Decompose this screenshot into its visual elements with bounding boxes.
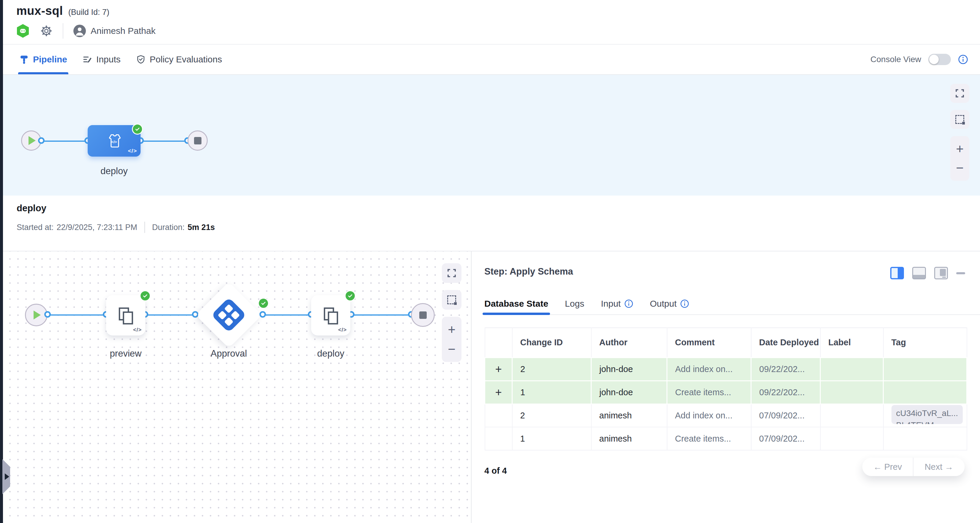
bottom-panel-layout-icon[interactable] — [912, 267, 926, 279]
panel-tab-label: Logs — [565, 299, 584, 309]
approval-icon — [211, 297, 247, 333]
play-icon — [33, 310, 41, 320]
deploy-step-node[interactable]: </> — [311, 295, 350, 335]
expand-row-button — [485, 404, 512, 427]
tab-pipeline[interactable]: Pipeline — [19, 45, 67, 74]
tab-pipeline-label: Pipeline — [33, 54, 67, 65]
cell-date-deployed: 09/22/202... — [751, 358, 821, 381]
right-panel-layout-icon[interactable] — [934, 267, 948, 279]
build-pipeline-canvas[interactable]: </> </> deploy + − — [3, 75, 980, 196]
tab-info-icon — [624, 299, 633, 308]
collapsed-sidebar-strip — [0, 0, 3, 523]
layers-icon — [320, 304, 341, 326]
node-label: preview — [106, 348, 145, 359]
started-at-label: Started at: — [17, 223, 54, 232]
run-pipeline-canvas[interactable]: </> preview Approval </> deploy + − — [3, 251, 471, 523]
pipeline-end-node[interactable] — [188, 130, 208, 151]
port — [259, 311, 266, 318]
layers-icon — [115, 304, 137, 326]
success-check-badge — [345, 290, 356, 301]
table-row: 1animeshCreate items...07/09/202... — [485, 427, 967, 450]
marquee-icon — [955, 115, 964, 124]
panel-tab-logs[interactable]: Logs — [565, 293, 584, 315]
step-summary-band: deploy Started at: 22/9/2025, 7:23:11 PM… — [3, 196, 980, 251]
expand-row-button[interactable]: + — [485, 358, 512, 381]
zoom-in-button[interactable]: + — [956, 144, 964, 154]
node-label: deploy — [311, 348, 350, 359]
cell-author: animesh — [591, 427, 667, 450]
inputs-icon — [83, 55, 92, 64]
column-header: Tag — [883, 328, 967, 358]
header-meta-row: Animesh Pathak — [16, 22, 156, 39]
node-label: Approval — [205, 348, 253, 359]
panel-title: Step: Apply Schema — [484, 266, 573, 277]
play-icon — [29, 136, 36, 145]
cell-author: animesh — [591, 404, 667, 427]
marquee-select-button[interactable] — [442, 290, 461, 310]
cell-tag — [883, 381, 967, 404]
panel-tab-input[interactable]: Input — [601, 293, 633, 315]
pagination-group: ← Prev Next → — [862, 458, 964, 476]
expand-arrow-icon — [5, 474, 9, 480]
marquee-select-button[interactable] — [950, 110, 969, 129]
console-view-group: Console View — [870, 45, 968, 74]
column-header: Label — [821, 328, 883, 358]
zoom-out-button[interactable]: − — [956, 163, 964, 173]
next-button[interactable]: Next → — [913, 458, 964, 476]
tab-policy-evaluations[interactable]: Policy Evaluations — [136, 45, 222, 74]
zoom-in-button[interactable]: + — [448, 324, 455, 335]
cell-label — [821, 358, 883, 381]
split-right-layout-icon[interactable] — [890, 267, 904, 279]
table-row: 2animeshAdd index on...07/09/202...cU34i… — [485, 404, 967, 427]
cell-comment: Add index on... — [667, 404, 751, 427]
cell-change-id: 1 — [512, 427, 591, 450]
port — [38, 137, 45, 144]
zoom-controls: + − — [950, 136, 969, 181]
tab-inputs[interactable]: Inputs — [83, 45, 121, 74]
cell-label — [821, 404, 883, 427]
cell-tag: cU34ioTvR_aL...BL4TEVM... — [883, 404, 967, 427]
panel-tab-label: Database State — [484, 299, 548, 309]
port — [44, 311, 51, 318]
console-info-icon[interactable] — [958, 54, 968, 65]
panel-layout-controls — [890, 267, 965, 279]
cell-change-id: 1 — [512, 381, 591, 404]
table-body: +2john-doeAdd index on...09/22/202...+1j… — [485, 358, 967, 450]
fullscreen-button[interactable] — [442, 263, 461, 283]
gear-icon[interactable] — [40, 25, 52, 37]
tag-chip[interactable]: cU34ioTvR_aL...BL4TEVM... — [891, 405, 963, 424]
build-id: (Build Id: 7) — [68, 8, 109, 17]
preview-step-node[interactable]: </> — [106, 295, 145, 335]
collapse-panel-icon[interactable] — [956, 272, 965, 274]
cell-date-deployed: 07/09/202... — [751, 427, 821, 450]
prev-button[interactable]: ← Prev — [862, 458, 913, 476]
approval-gate-node[interactable] — [196, 282, 262, 348]
svg-text:</>: </> — [111, 140, 117, 144]
pipeline-icon — [19, 55, 29, 64]
started-at-value: 22/9/2025, 7:23:11 PM — [57, 223, 137, 232]
table-row: +1john-doeCreate items...09/22/202... — [485, 381, 967, 404]
page-title: mux-sql — [16, 4, 63, 17]
app-header: mux-sql (Build Id: 7) Animesh Pathak — [3, 0, 980, 45]
cell-change-id: 2 — [512, 358, 591, 381]
cell-date-deployed: 07/09/202... — [751, 404, 821, 427]
cell-change-id: 2 — [512, 404, 591, 427]
step-detail-panel: Step: Apply Schema Database StateLogsInp… — [472, 251, 980, 523]
success-check-badge — [132, 124, 143, 135]
panel-tab-database-state[interactable]: Database State — [484, 293, 548, 315]
tab-inputs-label: Inputs — [96, 54, 121, 65]
cell-author: john-doe — [591, 358, 667, 381]
marquee-icon — [447, 296, 456, 304]
pipeline-edge — [262, 315, 311, 316]
zoom-out-button[interactable]: − — [448, 344, 455, 354]
success-check-badge — [140, 290, 151, 301]
panel-tab-bar: Database StateLogsInputOutput — [484, 293, 980, 315]
console-view-toggle[interactable] — [928, 54, 951, 65]
column-header — [485, 328, 512, 358]
panel-tab-output[interactable]: Output — [650, 293, 689, 315]
pipeline-end-node[interactable] — [411, 303, 435, 327]
expand-row-button[interactable]: + — [485, 381, 512, 404]
fullscreen-button[interactable] — [950, 84, 969, 103]
cell-comment: Add index on... — [667, 358, 751, 381]
pipeline-edge — [145, 315, 195, 316]
